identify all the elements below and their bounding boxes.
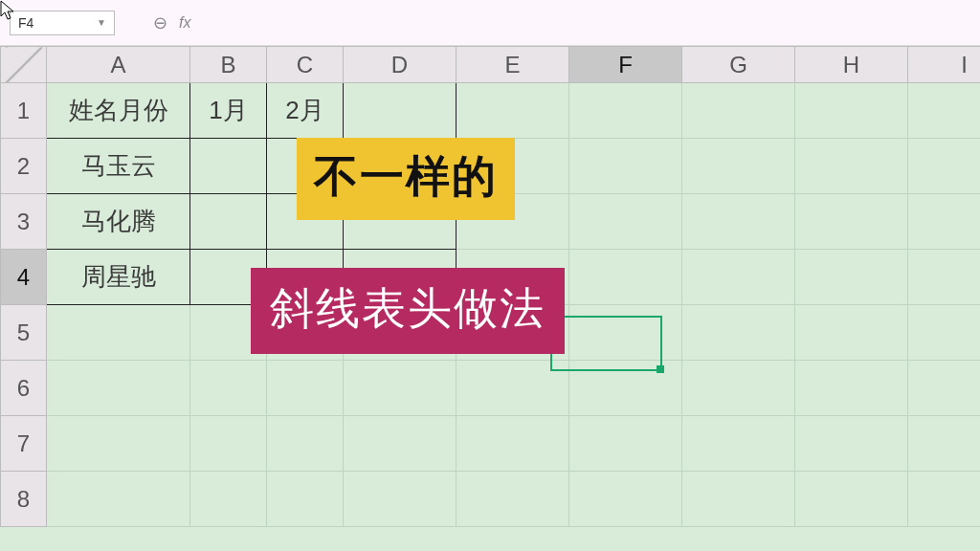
cell-B8[interactable] [190,472,267,527]
cell-A5[interactable] [47,305,190,361]
row-header-4[interactable]: 4 [1,250,47,305]
row-6: 6 [1,361,981,416]
cell-F4[interactable] [569,250,682,305]
overlay-text-yellow: 不一样的 [297,138,515,220]
col-header-D[interactable]: D [344,47,457,83]
cell-A8[interactable] [47,472,190,527]
cell-G5[interactable] [682,305,795,361]
cell-G7[interactable] [682,416,795,472]
row-header-3[interactable]: 3 [1,194,47,250]
cell-F3[interactable] [569,194,682,250]
spreadsheet-area[interactable]: A B C D E F G H I 1 姓名月份 1月 2月 2 马玉云 [0,46,980,551]
fx-icon[interactable]: fx [179,14,190,32]
cell-B6[interactable] [190,361,267,416]
cell-A2[interactable]: 马玉云 [47,139,190,194]
cell-H2[interactable] [795,139,908,194]
col-header-I[interactable]: I [908,47,981,83]
col-header-F[interactable]: F [569,47,682,83]
cell-G2[interactable] [682,139,795,194]
cell-H5[interactable] [795,305,908,361]
row-header-2[interactable]: 2 [1,139,47,194]
cell-I7[interactable] [908,416,981,472]
cell-A4[interactable]: 周星驰 [47,250,190,305]
cell-I6[interactable] [908,361,981,416]
row-8: 8 [1,472,981,527]
cell-C8[interactable] [267,472,344,527]
cell-D6[interactable] [344,361,457,416]
cell-I2[interactable] [908,139,981,194]
cell-F5[interactable] [569,305,682,361]
cell-G4[interactable] [682,250,795,305]
cell-E1[interactable] [457,83,569,139]
cell-G6[interactable] [682,361,795,416]
cell-A3[interactable]: 马化腾 [47,194,190,250]
cell-F8[interactable] [569,472,682,527]
name-box-value: F4 [18,15,33,31]
cell-I3[interactable] [908,194,981,250]
overlay-text-pink: 斜线表头做法 [251,268,565,354]
cell-E8[interactable] [457,472,569,527]
row-header-6[interactable]: 6 [1,361,47,416]
cell-C7[interactable] [267,416,344,472]
col-header-G[interactable]: G [682,47,795,83]
cell-C1[interactable]: 2月 [267,83,344,139]
cell-F1[interactable] [569,83,682,139]
cell-A1[interactable]: 姓名月份 [47,83,190,139]
cell-I5[interactable] [908,305,981,361]
col-header-A[interactable]: A [47,47,190,83]
col-header-H[interactable]: H [795,47,908,83]
cell-H4[interactable] [795,250,908,305]
row-1: 1 姓名月份 1月 2月 [1,83,981,139]
cell-I8[interactable] [908,472,981,527]
col-header-B[interactable]: B [190,47,267,83]
cell-A7[interactable] [47,416,190,472]
cell-H3[interactable] [795,194,908,250]
cell-H1[interactable] [795,83,908,139]
row-header-8[interactable]: 8 [1,472,47,527]
formula-bar-controls: ⊖ fx [153,12,190,33]
col-header-C[interactable]: C [267,47,344,83]
col-header-E[interactable]: E [457,47,569,83]
cell-B7[interactable] [190,416,267,472]
row-header-5[interactable]: 5 [1,305,47,361]
cell-D7[interactable] [344,416,457,472]
select-all-corner[interactable] [1,47,47,83]
name-box[interactable]: F4 ▼ [10,11,115,35]
row-header-7[interactable]: 7 [1,416,47,472]
cell-F2[interactable] [569,139,682,194]
cell-D1[interactable] [344,83,457,139]
cell-F7[interactable] [569,416,682,472]
name-box-dropdown-icon[interactable]: ▼ [97,17,106,28]
cell-E7[interactable] [457,416,569,472]
cell-B1[interactable]: 1月 [190,83,267,139]
cell-D8[interactable] [344,472,457,527]
cell-F6[interactable] [569,361,682,416]
formula-bar-row: F4 ▼ ⊖ fx [0,0,980,46]
cell-G3[interactable] [682,194,795,250]
cell-H7[interactable] [795,416,908,472]
cell-B3[interactable] [190,194,267,250]
cell-H8[interactable] [795,472,908,527]
cell-H6[interactable] [795,361,908,416]
zoom-out-icon[interactable]: ⊖ [153,12,167,33]
cell-E6[interactable] [457,361,569,416]
cell-I1[interactable] [908,83,981,139]
cell-C6[interactable] [267,361,344,416]
row-7: 7 [1,416,981,472]
cell-G1[interactable] [682,83,795,139]
column-header-row: A B C D E F G H I [1,47,981,83]
cell-B2[interactable] [190,139,267,194]
cell-A6[interactable] [47,361,190,416]
cell-G8[interactable] [682,472,795,527]
row-header-1[interactable]: 1 [1,83,47,139]
cell-I4[interactable] [908,250,981,305]
